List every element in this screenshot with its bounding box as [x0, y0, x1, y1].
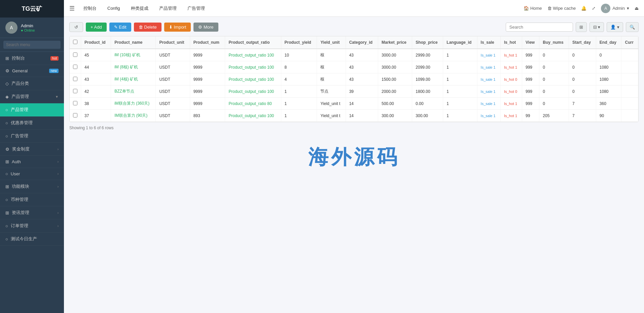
sidebar-item-function-module[interactable]: ⊞ 功能模块 › [0, 180, 64, 193]
cell-yield-unit: 节点 [317, 85, 346, 98]
product-table: Product_id Product_name Product_unit Pro… [70, 36, 638, 122]
cell-product-id: 44 [81, 61, 111, 73]
is-hot-badge[interactable]: Is_hot 0 [504, 90, 517, 94]
topnav-link-config[interactable]: Config [105, 4, 122, 12]
coupon-icon: ○ [5, 120, 8, 126]
is-sale-badge[interactable]: Is_sale 1 [481, 102, 496, 106]
sidebar-item-news[interactable]: ⊞ 资讯管理 › [0, 206, 64, 219]
topnav-link-ad[interactable]: 广告管理 [185, 4, 207, 13]
cell-end-day: 1080 [596, 61, 621, 73]
wipe-cache-link[interactable]: 🗑 Wipe cache [547, 6, 576, 11]
sidebar-item-reward-system[interactable]: ⚙ 奖金制度 › [0, 143, 64, 156]
cell-yield-unit: Yield_unit t [317, 98, 346, 110]
reward-icon: ⚙ [5, 147, 9, 152]
logout-icon[interactable]: ⏏ [635, 6, 639, 11]
cell-product-unit: USDT [156, 73, 190, 85]
cell-start-day: 0 [569, 49, 596, 61]
sidebar-item-label: 优惠券管理 [11, 120, 33, 126]
grid-view-button[interactable]: ⊞ [576, 22, 587, 32]
table-row: 37 IM联合算力 (90天) USDT 893 Product_output_… [70, 110, 638, 122]
output-ratio-link[interactable]: Product_output_ratio 100 [228, 53, 274, 58]
output-ratio-link[interactable]: Product_output_ratio 100 [228, 89, 274, 94]
add-button[interactable]: + Add [86, 23, 107, 32]
sidebar-item-user[interactable]: ○ User › [0, 168, 64, 180]
edit-button[interactable]: ✎ Edit [109, 23, 131, 32]
table-header-row: Product_id Product_name Product_unit Pro… [70, 36, 638, 49]
cell-product-num: 893 [190, 110, 225, 122]
topnav-icon2[interactable]: ⤢ [592, 6, 596, 11]
news-icon: ⊞ [5, 210, 9, 215]
column-toggle-button[interactable]: ⊟ ▾ [589, 22, 604, 32]
chevron-right-icon: › [58, 147, 59, 151]
cell-buy-nums: 0 [539, 49, 569, 61]
cell-is-sale: Is_sale 1 [477, 49, 500, 61]
product-name-link[interactable]: IM联合算力 (90天) [114, 113, 147, 118]
is-sale-badge[interactable]: Is_sale 1 [481, 65, 496, 69]
cell-product-name: iM (8核) 矿机 [111, 61, 156, 73]
sidebar-item-currency[interactable]: ○ 币种管理 [0, 193, 64, 206]
product-name-link[interactable]: iM联合算力 (360天) [114, 101, 149, 106]
cell-product-id: 42 [81, 85, 111, 98]
user-filter-button[interactable]: 👤 ▾ [607, 22, 623, 32]
topnav-icon1[interactable]: 🔔 [581, 6, 586, 11]
home-link[interactable]: 🏠 Home [524, 6, 542, 11]
sidebar-item-coupon-management[interactable]: ○ 优惠券管理 [0, 116, 64, 130]
is-sale-badge[interactable]: Is_sale 1 [481, 77, 496, 81]
sidebar-item-ad-management[interactable]: ○ 广告管理 [0, 130, 64, 143]
import-button[interactable]: ⬇ Import [164, 23, 191, 32]
menu-toggle-button[interactable]: ☰ [69, 5, 75, 12]
is-hot-badge[interactable]: Is_hot 1 [504, 65, 517, 69]
admin-menu[interactable]: A Admin ▾ [601, 4, 629, 13]
col-market-price: Market_price [378, 36, 412, 49]
product-name-link[interactable]: iM (4核) 矿机 [114, 77, 138, 81]
topnav-link-dashboard[interactable]: 控制台 [81, 4, 99, 13]
is-hot-badge[interactable]: Is_hot 1 [504, 114, 517, 118]
sidebar-item-product-category[interactable]: ◇ 产品分类 [0, 77, 64, 90]
sidebar-item-general[interactable]: ⚙ General new [0, 65, 64, 77]
sidebar-item-product-management-parent[interactable]: ◈ 产品管理 ▼ [0, 90, 64, 103]
is-sale-badge[interactable]: Is_sale 1 [481, 53, 496, 57]
product-name-link[interactable]: iM (8核) 矿机 [114, 65, 138, 69]
row-checkbox-cell [70, 49, 81, 61]
sidebar-item-auth[interactable]: ⊞ Auth › [0, 156, 64, 168]
is-hot-badge[interactable]: Is_hot 0 [504, 77, 517, 81]
output-ratio-link[interactable]: Product_output_ratio 100 [228, 65, 274, 70]
row-checkbox[interactable] [73, 53, 77, 57]
row-checkbox[interactable] [73, 89, 77, 93]
select-all-checkbox[interactable] [73, 40, 77, 44]
is-sale-badge[interactable]: Is_sale 1 [481, 90, 496, 94]
row-checkbox[interactable] [73, 65, 77, 69]
cell-view: 999 [522, 61, 539, 73]
is-hot-badge[interactable]: Is_hot 1 [504, 102, 517, 106]
row-checkbox[interactable] [73, 113, 77, 117]
is-hot-badge[interactable]: Is_hot 1 [504, 53, 517, 57]
general-icon: ⚙ [5, 68, 9, 73]
refresh-button[interactable]: ↺ [69, 22, 83, 32]
cell-curr [621, 73, 638, 85]
product-name-link[interactable]: iM (10核) 矿机 [114, 53, 140, 57]
search-menu-input[interactable] [3, 41, 61, 49]
row-checkbox[interactable] [73, 101, 77, 105]
delete-button[interactable]: 🗑 Delete [134, 23, 162, 32]
output-ratio-link[interactable]: Product_output_ratio 80 [228, 101, 272, 106]
sidebar-item-test[interactable]: ○ 测试今日生产 [0, 233, 64, 246]
output-ratio-link[interactable]: Product_output_ratio 100 [228, 77, 274, 82]
product-name-link[interactable]: BZZ单节点 [114, 89, 134, 94]
sidebar-item-product-management[interactable]: ○ 产品管理 [0, 103, 64, 116]
table-search-input[interactable] [506, 23, 573, 32]
sidebar-item-label: Auth [12, 159, 21, 164]
topnav-link-product[interactable]: 产品管理 [157, 4, 179, 13]
sidebar-item-dashboard[interactable]: ⊞ 控制台 hot [0, 52, 64, 65]
cell-market-price: 500.00 [378, 98, 412, 110]
sidebar-item-label: 测试今日生产 [11, 236, 37, 242]
row-checkbox[interactable] [73, 77, 77, 81]
cell-language-id: 1 [443, 85, 477, 98]
advanced-search-button[interactable]: 🔍 [626, 22, 639, 32]
is-sale-badge[interactable]: Is_sale 1 [481, 114, 496, 118]
col-category-id: Category_id [346, 36, 378, 49]
sidebar-item-order[interactable]: ○ 订单管理 › [0, 219, 64, 233]
topnav-link-category[interactable]: 种类提成 [129, 4, 150, 13]
output-ratio-link[interactable]: Product_output_ratio 100 [228, 113, 274, 118]
more-button[interactable]: ⚙ More [193, 23, 218, 32]
cell-end-day: 1080 [596, 85, 621, 98]
